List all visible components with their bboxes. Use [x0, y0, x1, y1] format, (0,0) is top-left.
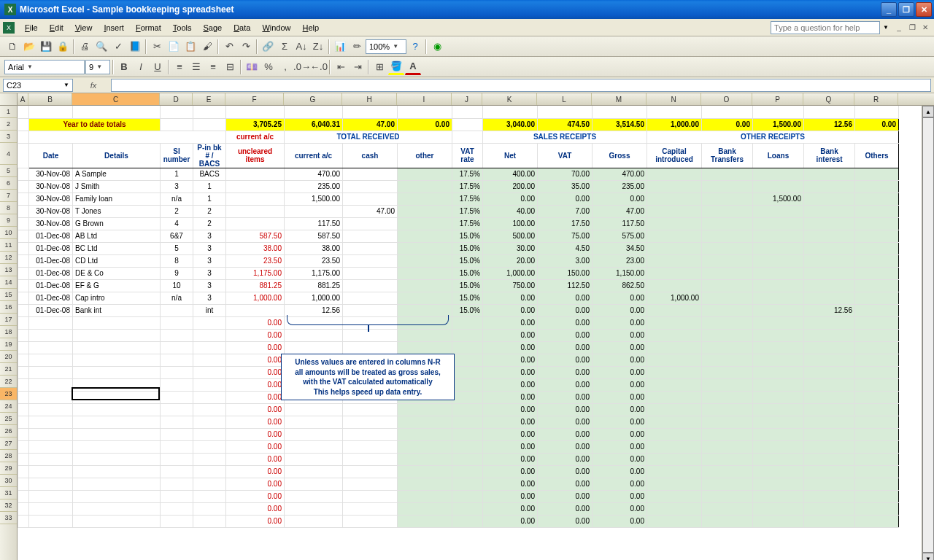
cell[interactable]: [702, 106, 753, 118]
cell[interactable]: 3: [193, 279, 226, 292]
cell[interactable]: [855, 490, 899, 502]
cell[interactable]: 4.50: [538, 242, 593, 254]
cell[interactable]: 1,000.00: [647, 292, 702, 304]
cell[interactable]: 0.00: [483, 440, 538, 453]
cell[interactable]: [855, 292, 899, 304]
cell[interactable]: [343, 502, 398, 515]
cell[interactable]: 0.00: [593, 378, 647, 391]
cell[interactable]: [804, 366, 855, 378]
cell[interactable]: [702, 478, 753, 490]
cell[interactable]: 1,000.00: [483, 267, 538, 279]
cell[interactable]: [193, 478, 226, 490]
cell[interactable]: 0.00: [398, 118, 452, 131]
cell[interactable]: 0.00: [483, 192, 538, 205]
cell[interactable]: [161, 478, 193, 490]
underline-button[interactable]: U: [150, 59, 166, 75]
cell[interactable]: [647, 180, 702, 192]
cell[interactable]: 150.00: [538, 267, 593, 279]
cell[interactable]: [343, 403, 398, 416]
cell[interactable]: [161, 354, 193, 366]
cell[interactable]: [855, 329, 899, 341]
cell[interactable]: [452, 403, 483, 416]
cell[interactable]: 01-Dec-08: [29, 279, 73, 292]
cell[interactable]: [18, 478, 29, 490]
cell[interactable]: [343, 180, 398, 192]
col-header-K[interactable]: K: [482, 93, 537, 105]
cell[interactable]: [647, 316, 702, 329]
cell[interactable]: n/a: [161, 292, 193, 304]
cell[interactable]: [226, 168, 285, 180]
cell[interactable]: [647, 391, 702, 403]
cell[interactable]: 47.00: [343, 118, 398, 131]
cell[interactable]: 1: [193, 180, 226, 192]
paste-icon[interactable]: 📋: [182, 39, 198, 55]
cell[interactable]: [702, 354, 753, 366]
cell[interactable]: 575.00: [593, 230, 647, 242]
col-header-A[interactable]: A: [18, 93, 28, 105]
col-header-E[interactable]: E: [193, 93, 225, 105]
col-header-P[interactable]: P: [752, 93, 803, 105]
cell[interactable]: Gross: [593, 143, 647, 168]
cell[interactable]: [804, 254, 855, 267]
cell[interactable]: 0.00: [483, 316, 538, 329]
cell[interactable]: [161, 118, 193, 131]
cell[interactable]: [18, 118, 29, 131]
cell[interactable]: [18, 453, 29, 465]
menu-file[interactable]: File: [19, 21, 44, 34]
cell[interactable]: 0.00: [538, 366, 593, 378]
cell[interactable]: 0.00: [483, 416, 538, 428]
col-header-H[interactable]: H: [342, 93, 397, 105]
cell[interactable]: [702, 292, 753, 304]
cell[interactable]: [855, 440, 899, 453]
percent-icon[interactable]: %: [260, 59, 277, 75]
cell[interactable]: [343, 292, 398, 304]
cell[interactable]: [753, 168, 804, 180]
cell[interactable]: [452, 391, 483, 403]
cell[interactable]: [702, 453, 753, 465]
row-header-24[interactable]: 24: [0, 400, 17, 413]
cell[interactable]: Loans: [753, 143, 804, 168]
cell[interactable]: 0.00: [483, 490, 538, 502]
cell[interactable]: [647, 502, 702, 515]
cell[interactable]: [193, 490, 226, 502]
cell[interactable]: 47.00: [593, 205, 647, 217]
col-header-B[interactable]: B: [28, 93, 72, 105]
cell[interactable]: 0.00: [538, 391, 593, 403]
cell[interactable]: 1,500.00: [753, 192, 804, 205]
cell[interactable]: [285, 478, 343, 490]
cell[interactable]: [343, 478, 398, 490]
cell[interactable]: [29, 391, 73, 403]
cell[interactable]: [855, 230, 899, 242]
cell[interactable]: [753, 292, 804, 304]
fx-label[interactable]: fx: [76, 81, 111, 90]
cell[interactable]: AB Ltd: [73, 230, 161, 242]
cell[interactable]: [647, 465, 702, 478]
cell[interactable]: [855, 515, 899, 527]
cell[interactable]: Cap intro: [73, 292, 161, 304]
cell[interactable]: [452, 131, 483, 143]
cell[interactable]: 3: [161, 180, 193, 192]
cell[interactable]: [452, 465, 483, 478]
cell[interactable]: [753, 106, 804, 118]
cell[interactable]: [702, 217, 753, 230]
cell[interactable]: [804, 440, 855, 453]
cell[interactable]: other: [398, 143, 452, 168]
cell[interactable]: 15.0%: [452, 242, 483, 254]
cell[interactable]: 0.00: [538, 416, 593, 428]
cell[interactable]: [753, 316, 804, 329]
cell[interactable]: TOTAL RECEIVED: [285, 131, 452, 143]
cell[interactable]: [702, 502, 753, 515]
cell[interactable]: [702, 254, 753, 267]
borders-icon[interactable]: ⊞: [371, 59, 387, 75]
cell[interactable]: Bank int: [73, 304, 161, 316]
cell[interactable]: [398, 279, 452, 292]
name-box[interactable]: C23▼: [3, 79, 73, 92]
cell[interactable]: [647, 490, 702, 502]
cell[interactable]: [855, 279, 899, 292]
cell[interactable]: 0.00: [593, 192, 647, 205]
cell[interactable]: [647, 254, 702, 267]
cell[interactable]: 1,500.00: [753, 118, 804, 131]
cell[interactable]: [855, 267, 899, 279]
minimize-button[interactable]: _: [881, 2, 897, 17]
cell[interactable]: 0.00: [538, 341, 593, 354]
